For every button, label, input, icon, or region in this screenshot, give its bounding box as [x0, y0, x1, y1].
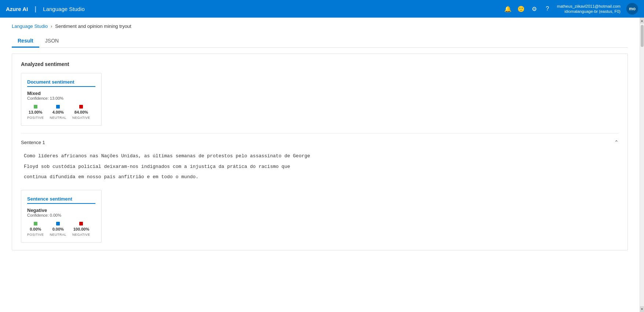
- sent-negative-value: 100.00%: [73, 227, 89, 231]
- top-navigation: Azure AI | Language Studio 🔔 🙂 ⚙ ? mathe…: [0, 0, 644, 18]
- scrollbar-down-button[interactable]: ▼: [640, 306, 644, 312]
- sentence-1-header: Sentence 1 ⌃: [21, 139, 619, 145]
- user-subtitle: idiomalanguage-br (eastus, F0): [564, 9, 621, 14]
- nav-right-actions: 🔔 🙂 ⚙ ? matheus_ziikavl2011@hotmail.com …: [504, 3, 638, 15]
- tab-result[interactable]: Result: [12, 35, 39, 48]
- scrollbar-up-button[interactable]: ▲: [640, 18, 644, 23]
- azure-ai-label: Azure AI: [6, 6, 28, 12]
- user-info: matheus_ziikavl2011@hotmail.com idiomala…: [557, 4, 621, 14]
- doc-negative-label: NEGATIVE: [72, 116, 90, 120]
- gear-icon[interactable]: ⚙: [531, 5, 538, 12]
- sentence-section-1: Sentence 1 ⌃ Como líderes africanos nas …: [21, 133, 619, 243]
- document-sentiment-confidence: Confidence: 13.00%: [27, 96, 95, 100]
- doc-bar-positive: 13.00% POSITIVE: [27, 105, 44, 120]
- sentence-1-title: Sentence 1: [21, 140, 45, 145]
- document-sentiment-card-title: Document sentiment: [27, 79, 95, 87]
- breadcrumb: Language Studio › Sentiment and opinion …: [12, 23, 628, 29]
- negative-dot: [79, 105, 83, 109]
- doc-bar-neutral: 4.00% NEUTRAL: [50, 105, 67, 120]
- sent-positive-label: POSITIVE: [27, 233, 44, 236]
- breadcrumb-separator: ›: [51, 24, 52, 29]
- doc-bar-negative: 84.00% NEGATIVE: [72, 105, 90, 120]
- help-icon[interactable]: ?: [544, 5, 551, 12]
- sentence-sentiment-bars: 0.00% POSITIVE 0.00% NEUTRAL 100.00% NEG…: [27, 222, 95, 236]
- brand-logo: Azure AI | Language Studio: [6, 5, 85, 13]
- sentence-1-line-2: Floyd sob custódia policial deixaram-nos…: [24, 164, 290, 169]
- analyzed-sentiment-title: Analyzed sentiment: [21, 61, 619, 67]
- nav-separator: |: [34, 5, 36, 13]
- positive-dot: [34, 105, 37, 109]
- sent-negative-label: NEGATIVE: [72, 233, 90, 236]
- bell-icon[interactable]: 🔔: [504, 5, 512, 12]
- scrollbar-thumb[interactable]: [641, 25, 644, 47]
- sent-bar-positive: 0.00% POSITIVE: [27, 222, 44, 236]
- sent-positive-value: 0.00%: [30, 227, 41, 231]
- sentence-1-chevron-up[interactable]: ⌃: [614, 139, 619, 145]
- user-avatar[interactable]: mo: [626, 3, 638, 15]
- result-container: Analyzed sentiment Document sentiment Mi…: [12, 54, 628, 250]
- tab-bar: Result JSON: [12, 35, 628, 48]
- document-sentiment-type: Mixed: [27, 91, 95, 96]
- document-sentiment-card: Document sentiment Mixed Confidence: 13.…: [21, 73, 102, 126]
- sent-neutral-value: 0.00%: [52, 227, 64, 231]
- tab-json[interactable]: JSON: [39, 35, 65, 48]
- app-title: Language Studio: [43, 6, 84, 12]
- sent-positive-dot: [34, 222, 37, 225]
- sent-neutral-label: NEUTRAL: [50, 233, 67, 236]
- sentence-1-text: Como líderes africanos nas Nações Unidas…: [21, 151, 619, 183]
- sentence-1-line-3: continua difundida em nosso país anfitri…: [24, 174, 199, 180]
- breadcrumb-current: Sentiment and opinion mining tryout: [55, 23, 131, 29]
- sent-bar-negative: 100.00% NEGATIVE: [72, 222, 90, 236]
- sentence-sentiment-confidence: Confidence: 0.00%: [27, 213, 95, 217]
- sent-bar-neutral: 0.00% NEUTRAL: [50, 222, 67, 236]
- doc-neutral-value: 4.00%: [52, 110, 64, 114]
- doc-positive-value: 13.00%: [29, 110, 42, 114]
- doc-neutral-label: NEUTRAL: [50, 116, 67, 120]
- sentence-sentiment-card: Sentence sentiment Negative Confidence: …: [21, 190, 102, 243]
- document-sentiment-bars: 13.00% POSITIVE 4.00% NEUTRAL 84.00% NEG…: [27, 105, 95, 120]
- breadcrumb-link[interactable]: Language Studio: [12, 23, 48, 29]
- doc-negative-value: 84.00%: [74, 110, 88, 114]
- scrollbar: ▲ ▼: [640, 18, 644, 312]
- neutral-dot: [56, 105, 60, 109]
- sent-negative-dot: [79, 222, 83, 225]
- user-email: matheus_ziikavl2011@hotmail.com: [557, 4, 621, 9]
- doc-positive-label: POSITIVE: [27, 116, 44, 120]
- sentence-sentiment-card-title: Sentence sentiment: [27, 196, 95, 204]
- sentence-sentiment-type: Negative: [27, 208, 95, 213]
- smiley-icon[interactable]: 🙂: [517, 5, 525, 12]
- sent-neutral-dot: [56, 222, 60, 225]
- sentence-1-line-1: Como líderes africanos nas Nações Unidas…: [24, 153, 310, 159]
